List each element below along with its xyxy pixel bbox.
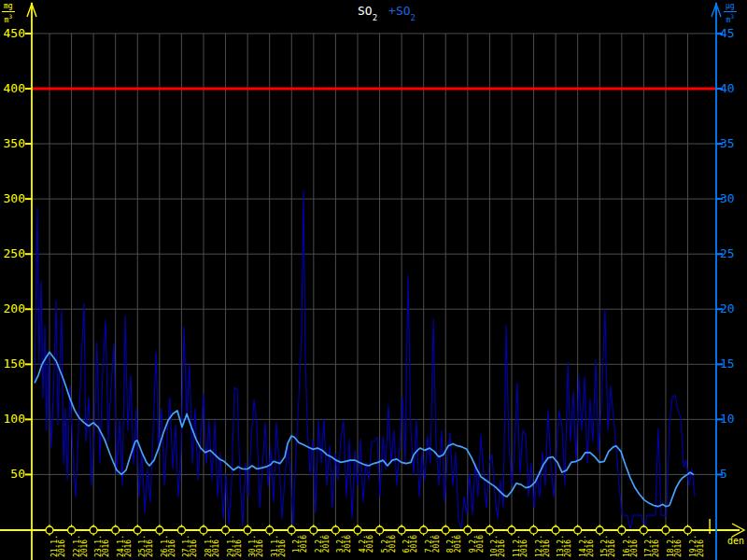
x-tick-circle [244,526,251,534]
x-tick-circle [640,526,647,534]
x-tick-circle [486,526,493,534]
x-tick-circle [574,526,582,534]
chart-title: SO2+SO2 [26,4,747,21]
x-tick-circle [398,526,405,534]
x-tick-circle [68,526,76,534]
x-tick-circle [552,526,559,534]
y-right-tick-label: 15 [720,357,735,371]
x-tick-label: 11.2. 2016 [514,535,528,557]
x-tick-label: 26.1. 2016 [162,535,176,557]
x-tick-circle [177,526,185,534]
x-tick-circle [662,526,669,534]
y-left-tick-label: 150 [0,357,25,371]
y-right-tick-label: 25 [720,247,735,260]
y-left-tick-label: 250 [0,247,25,260]
y-right-tick-label: 10 [720,413,735,426]
x-tick-label: 10.2. 2016 [491,535,505,557]
y-left-tick-label: 300 [0,192,25,205]
x-tick-circle [288,526,295,534]
so2-concentration-chart: SO2+SO2 mg m3 µg m3 50100150200250300350… [0,0,747,560]
left-axis-unit-label: mg m3 [2,3,15,24]
y-right-tick-label: 5 [720,468,727,481]
y-right-tick-label: 20 [720,302,735,315]
x-tick-label: 18.2. 2016 [668,535,682,557]
x-tick-label: 24.1. 2016 [118,535,132,557]
x-tick-circle [442,526,449,534]
x-tick-label: 5.2. 2016 [382,535,396,553]
title-series-right: +SO2 [388,4,416,18]
x-tick-circle [112,526,120,534]
y-right-tick-label: 35 [720,137,735,150]
x-tick-circle [508,526,515,534]
x-tick-circle [90,526,97,534]
x-tick-label: 16.2. 2016 [624,535,638,557]
x-tick-circle [684,526,692,534]
y-left-tick-label: 200 [0,302,25,315]
y-left-tick-label: 350 [0,137,25,150]
x-tick-label: 25.1. 2016 [139,535,153,557]
y-left-tick-label: 100 [0,413,25,426]
right-axis-unit-label: µg m3 [724,3,737,24]
y-left-tick-label: 50 [0,468,25,481]
x-tick-label: 15.2. 2016 [601,535,615,557]
y-right-tick-label: 40 [720,82,735,95]
x-tick-circle [222,526,230,534]
y-left-tick-label: 450 [0,27,25,40]
title-series-left: SO2 [358,4,377,18]
x-axis-unit-label: den [727,536,744,546]
x-tick-label: 7.2. 2016 [426,535,440,553]
x-tick-label: 17.2. 2016 [645,535,659,557]
x-tick-label: 19.2. 2016 [690,535,704,557]
x-tick-label: 1.2. 2016 [293,535,307,553]
x-tick-circle [331,526,339,534]
x-tick-label: 29.1. 2016 [228,535,242,557]
x-tick-label: 3.2. 2016 [337,535,351,553]
x-tick-circle [310,526,317,534]
y-left-tick-label: 400 [0,82,25,95]
x-tick-label: 8.2. 2016 [447,535,461,553]
x-tick-label: 2.2. 2016 [316,535,330,553]
y-right-tick-label: 30 [720,192,735,205]
x-tick-label: 27.1. 2016 [183,535,197,557]
x-tick-label: 22.1. 2016 [74,535,88,557]
series-line-raw [35,191,695,530]
x-tick-circle [200,526,207,534]
x-tick-circle [530,526,538,534]
x-tick-label: 4.2. 2016 [359,535,374,553]
x-tick-circle [134,526,141,534]
x-tick-label: 14.2. 2016 [580,535,594,557]
x-tick-label: 6.2. 2016 [403,535,417,553]
x-tick-label: 23.1. 2016 [95,535,109,557]
x-tick-circle [354,526,361,534]
x-tick-label: 21.1. 2016 [51,535,65,557]
x-tick-label: 28.1. 2016 [205,535,219,557]
x-tick-circle [46,526,53,534]
x-tick-circle [596,526,603,534]
chart-svg [0,0,747,560]
x-tick-circle [266,526,274,534]
x-tick-circle [618,526,626,534]
x-tick-label: 9.2. 2016 [470,535,484,553]
x-tick-circle [420,526,428,534]
x-tick-circle [464,526,472,534]
x-tick-label: 13.2. 2016 [557,535,571,557]
x-tick-label: 30.1. 2016 [249,535,263,557]
x-tick-circle [156,526,163,534]
y-right-tick-label: 45 [720,27,735,40]
x-tick-label: 31.1. 2016 [272,535,286,557]
x-tick-label: 12.2. 2016 [536,535,550,557]
x-tick-circle [376,526,384,534]
